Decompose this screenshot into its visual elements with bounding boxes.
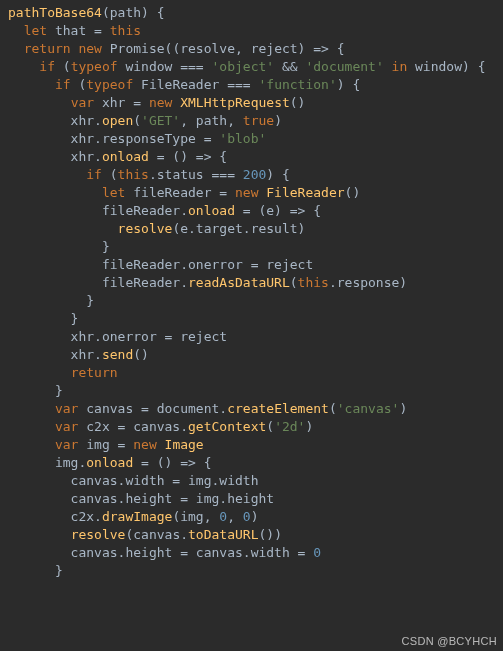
code-line: return xyxy=(8,364,503,382)
code-token: , xyxy=(227,113,243,128)
code-token: drawImage xyxy=(102,509,172,524)
code-token: ) xyxy=(305,419,313,434)
code-token: ) xyxy=(274,113,282,128)
code-token: ( xyxy=(290,275,298,290)
code-token: 'function' xyxy=(258,77,336,92)
code-token: var xyxy=(55,437,78,452)
code-token xyxy=(157,437,165,452)
code-token: , path xyxy=(180,113,227,128)
code-token: open xyxy=(102,113,133,128)
code-token: xhr = xyxy=(94,95,149,110)
code-line: return new Promise((resolve, reject) => … xyxy=(8,40,503,58)
code-token: , xyxy=(227,509,243,524)
code-token: .status === xyxy=(149,167,243,182)
code-token: var xyxy=(55,419,78,434)
code-token: let xyxy=(102,185,125,200)
code-token: onload xyxy=(102,149,149,164)
code-line: let fileReader = new FileReader() xyxy=(8,184,503,202)
code-token: 'object' xyxy=(212,59,275,74)
code-token: onload xyxy=(86,455,133,470)
code-token: var xyxy=(71,95,94,110)
code-token: img = xyxy=(78,437,133,452)
code-token: ( xyxy=(102,167,118,182)
code-token: ( xyxy=(329,401,337,416)
code-line: } xyxy=(8,562,503,580)
code-token: send xyxy=(102,347,133,362)
code-token: } xyxy=(8,293,94,308)
code-token: } xyxy=(8,311,78,326)
code-token xyxy=(8,401,55,416)
code-token: (e.target.result) xyxy=(172,221,305,236)
code-line: pathToBase64(path) { xyxy=(8,4,503,22)
code-token: c2x. xyxy=(8,509,102,524)
code-token: typeof xyxy=(86,77,133,92)
code-token: && xyxy=(274,59,305,74)
code-token: '2d' xyxy=(274,419,305,434)
code-token: () xyxy=(133,347,149,362)
code-token: new xyxy=(235,185,258,200)
code-token: ) xyxy=(399,401,407,416)
code-token: xhr.onerror = reject xyxy=(8,329,227,344)
code-token xyxy=(8,221,118,236)
code-token: reject) => { xyxy=(251,41,345,56)
code-token xyxy=(8,41,24,56)
code-token: (canvas. xyxy=(125,527,188,542)
code-line: var c2x = canvas.getContext('2d') xyxy=(8,418,503,436)
code-line: var img = new Image xyxy=(8,436,503,454)
code-token: 'GET' xyxy=(141,113,180,128)
code-token: readAsDataURL xyxy=(188,275,290,290)
code-token: canvas.height = img.height xyxy=(8,491,274,506)
code-token: xhr. xyxy=(8,113,102,128)
code-token: if xyxy=(39,59,55,74)
code-line: } xyxy=(8,292,503,310)
code-line: xhr.send() xyxy=(8,346,503,364)
code-line: c2x.drawImage(img, 0, 0) xyxy=(8,508,503,526)
code-line: } xyxy=(8,382,503,400)
code-token: Image xyxy=(165,437,204,452)
code-line: if (typeof FileReader === 'function') { xyxy=(8,76,503,94)
code-token: 'canvas' xyxy=(337,401,400,416)
code-token: 0 xyxy=(219,509,227,524)
code-token: this xyxy=(298,275,329,290)
code-token: ( xyxy=(133,113,141,128)
code-token xyxy=(8,167,86,182)
code-token: resolve xyxy=(118,221,173,236)
code-token xyxy=(8,95,71,110)
code-token: FileReader xyxy=(266,185,344,200)
code-token: let xyxy=(24,23,47,38)
code-token: pathToBase64 xyxy=(8,5,102,20)
code-token xyxy=(8,437,55,452)
code-line: xhr.responseType = 'blob' xyxy=(8,130,503,148)
code-token xyxy=(384,59,392,74)
code-token: c2x = canvas. xyxy=(78,419,188,434)
code-token: return new xyxy=(24,41,102,56)
code-token: img. xyxy=(8,455,86,470)
code-token: new xyxy=(133,437,156,452)
code-token: .response) xyxy=(329,275,407,290)
code-token: resolve xyxy=(71,527,126,542)
code-line: xhr.onerror = reject xyxy=(8,328,503,346)
code-token: } xyxy=(8,563,63,578)
code-token: onload xyxy=(188,203,235,218)
code-token: , xyxy=(204,509,220,524)
code-token: = (e) => { xyxy=(235,203,321,218)
code-token: toDataURL xyxy=(188,527,258,542)
code-line: var canvas = document.createElement('can… xyxy=(8,400,503,418)
code-token: XMLHttpRequest xyxy=(180,95,290,110)
code-line: img.onload = () => { xyxy=(8,454,503,472)
code-line: fileReader.readAsDataURL(this.response) xyxy=(8,274,503,292)
code-line: canvas.height = canvas.width = 0 xyxy=(8,544,503,562)
code-token: var xyxy=(55,401,78,416)
code-line: if (typeof window === 'object' && 'docum… xyxy=(8,58,503,76)
code-token: xhr.responseType = xyxy=(8,131,219,146)
code-token: () xyxy=(345,185,361,200)
code-token xyxy=(8,59,39,74)
code-token: createElement xyxy=(227,401,329,416)
code-token: new xyxy=(149,95,172,110)
code-editor: pathToBase64(path) { let that = this ret… xyxy=(0,0,503,580)
code-token: canvas = document. xyxy=(78,401,227,416)
code-token: = () => { xyxy=(133,455,211,470)
code-line: } xyxy=(8,238,503,256)
code-token: } xyxy=(8,383,63,398)
code-token: , xyxy=(235,41,251,56)
